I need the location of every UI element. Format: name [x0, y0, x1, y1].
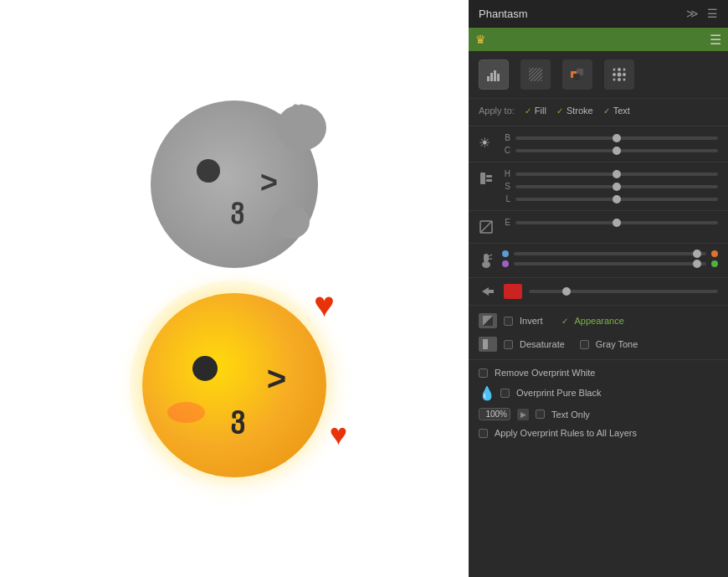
gray-mouth: ვ — [230, 193, 244, 224]
svg-point-24 — [482, 261, 490, 268]
fill-checkbox[interactable]: ✓ Fill — [525, 106, 546, 116]
svg-rect-20 — [486, 179, 492, 182]
yellow-heart-big: ♥ — [314, 285, 335, 325]
l-label: L — [502, 194, 510, 203]
b-thumb[interactable] — [613, 134, 621, 142]
brightness-icon: ☀ — [479, 133, 497, 151]
tab-halftone[interactable] — [604, 59, 634, 90]
svg-marker-27 — [482, 287, 494, 296]
svg-point-9 — [613, 69, 616, 71]
svg-point-10 — [618, 68, 621, 71]
overprint-arrow-icon — [479, 286, 497, 297]
colortemp-slider-group — [469, 247, 728, 274]
tab-icons-row — [469, 51, 728, 99]
text-checkmark: ✓ — [603, 106, 610, 116]
apply-rules-row: Apply Overprint Rules to All Layers — [479, 426, 718, 440]
e-slider[interactable] — [515, 221, 718, 224]
gray-emoji: < ვ ♥ — [151, 100, 318, 268]
apply-label: Apply to: — [479, 106, 515, 116]
b-slider[interactable] — [515, 137, 718, 140]
panel-header: Phantasm ≫ ☰ — [469, 0, 728, 28]
panel-title: Phantasm — [479, 8, 528, 20]
phantasm-panel: Phantasm ≫ ☰ ♛ ☰ — [469, 0, 728, 577]
svg-point-14 — [623, 73, 626, 76]
gray-wink: < — [260, 167, 278, 198]
tab-gradient-map[interactable] — [520, 59, 551, 90]
h-thumb[interactable] — [613, 170, 621, 178]
tab-recolor[interactable] — [562, 59, 592, 90]
expand-icon[interactable]: ≫ — [686, 7, 699, 20]
s-thumb[interactable] — [613, 183, 621, 191]
arrow-button[interactable]: ▶ — [517, 409, 529, 420]
green-menu-icon[interactable]: ☰ — [710, 32, 721, 48]
apply-rules-checkbox[interactable] — [479, 429, 488, 438]
l-slider[interactable] — [515, 198, 718, 201]
yellow-emoji: < ვ ♥ ♥ — [142, 293, 326, 477]
green-dot — [711, 260, 718, 267]
yellow-wink: < — [267, 362, 286, 395]
gray-eye-left — [197, 159, 220, 183]
desaturate-graytone-row: Desaturate Gray Tone — [469, 332, 728, 356]
graytone-checkbox[interactable] — [580, 340, 589, 349]
e-thumb[interactable] — [613, 219, 621, 227]
appearance-label: Appearance — [575, 316, 624, 326]
menu-icon[interactable]: ☰ — [707, 7, 718, 20]
l-thumb[interactable] — [613, 195, 621, 203]
gray-heart: ♥ — [291, 96, 305, 123]
appearance-checkmark: ✓ — [561, 317, 568, 326]
overprint-pure-black-row: 💧 Overprint Pure Black — [479, 384, 718, 402]
invert-icon-box — [479, 313, 497, 328]
svg-rect-0 — [487, 76, 490, 81]
remove-overprint-white-checkbox[interactable] — [479, 368, 488, 378]
e-slider-row: E — [502, 218, 718, 227]
crown-icon: ♛ — [475, 33, 486, 46]
overprint-slider-row — [469, 281, 728, 301]
invert-label: Invert — [520, 316, 543, 326]
svg-point-11 — [623, 69, 626, 71]
overprint-thumb[interactable] — [562, 287, 571, 296]
green-bar: ♛ ☰ — [469, 28, 728, 51]
h-slider-row: H — [502, 169, 718, 178]
percent-text-only-row: ▶ Text Only — [479, 406, 718, 422]
panel-header-icons: ≫ ☰ — [686, 7, 718, 20]
svg-rect-5 — [529, 68, 542, 81]
drop-icon: 💧 — [479, 385, 494, 400]
exposure-icon — [479, 218, 497, 236]
green-dot-thumb[interactable] — [693, 260, 701, 268]
colortemp-bottom-slider[interactable] — [514, 262, 706, 265]
svg-point-13 — [618, 73, 622, 77]
tab-histogram[interactable] — [479, 59, 509, 90]
stroke-checkbox[interactable]: ✓ Stroke — [556, 106, 593, 116]
invert-appearance-row: Invert ✓ Appearance — [469, 309, 728, 332]
invert-checkbox[interactable] — [504, 317, 513, 326]
desaturate-checkbox[interactable] — [504, 340, 513, 349]
s-slider[interactable] — [515, 185, 718, 188]
svg-rect-18 — [480, 173, 485, 184]
canvas-area: < ვ ♥ < ვ ♥ ♥ — [0, 0, 469, 577]
overprint-color-box[interactable] — [504, 284, 522, 299]
svg-rect-2 — [494, 70, 496, 81]
overprint-slider[interactable] — [529, 290, 718, 293]
yellow-eye-left — [192, 356, 218, 381]
h-slider[interactable] — [515, 173, 718, 176]
svg-rect-19 — [486, 175, 492, 178]
svg-point-12 — [613, 73, 616, 76]
c-thumb[interactable] — [613, 147, 621, 155]
yellow-mouth: ვ — [230, 400, 244, 434]
colortemp-top-row — [502, 250, 718, 257]
svg-rect-8 — [573, 74, 580, 80]
s-label: S — [502, 182, 510, 191]
text-only-checkbox[interactable] — [536, 410, 545, 419]
c-slider-row: C — [502, 146, 718, 155]
text-checkbox[interactable]: ✓ Text — [603, 106, 630, 116]
percent-input[interactable] — [479, 408, 510, 420]
yellow-blush — [167, 402, 205, 423]
overprint-pure-black-checkbox[interactable] — [500, 389, 510, 398]
c-slider[interactable] — [515, 149, 718, 152]
colortemp-top-slider[interactable] — [514, 252, 706, 255]
bc-sliders: B C — [502, 133, 718, 155]
e-label: E — [502, 218, 510, 227]
svg-line-25 — [489, 255, 492, 256]
orange-dot-thumb[interactable] — [693, 250, 701, 258]
svg-line-22 — [480, 221, 492, 233]
